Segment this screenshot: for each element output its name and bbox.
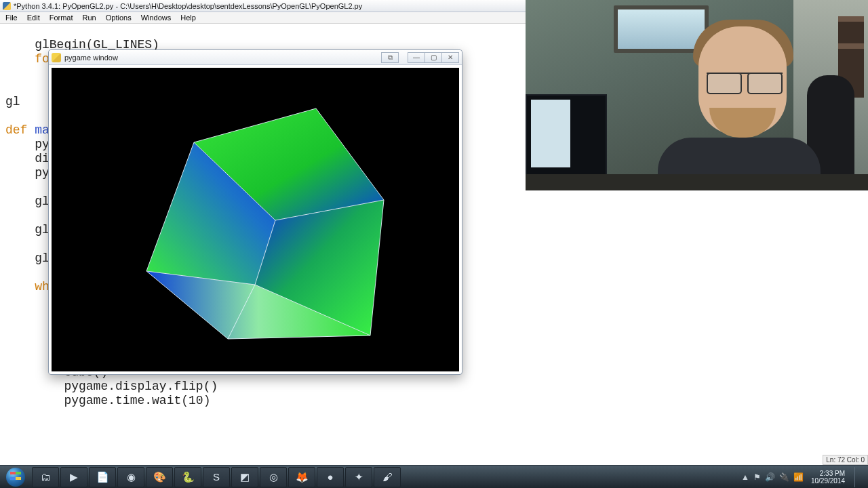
python-icon [3,2,11,10]
menu-edit[interactable]: Edit [23,13,44,22]
tray-icon[interactable]: ⚑ [753,472,761,482]
code-kw: wh [5,280,50,293]
code-line: gl [5,195,50,208]
skype-icon[interactable]: S [203,467,230,487]
webcam-desk [526,174,868,190]
close-button[interactable]: ✕ [441,52,459,63]
idle-icon[interactable]: 🐍 [174,467,201,487]
tray-clock[interactable]: 2:33 PM 10/29/2014 [811,470,845,485]
code-line: pygame.display.flip() [5,380,218,393]
code-fn: ma [35,123,50,137]
tray-icons: ▲⚑🔊🔌📶 [739,472,806,482]
app3-icon[interactable]: ✦ [345,467,372,487]
taskbar: 🗂▶📄◉🎨🐍S◩◎🦊●✦🖌 ▲⚑🔊🔌📶 2:33 PM 10/29/2014 [0,465,868,488]
pygame-titlebar[interactable]: pygame window ⧉ — ▢ ✕ [49,50,462,65]
pygame-canvas [52,68,459,371]
rendered-cube [52,68,458,371]
system-tray: ▲⚑🔊🔌📶 2:33 PM 10/29/2014 [739,467,865,487]
webcam-person [644,14,821,190]
gimp-icon[interactable]: 🎨 [146,467,173,487]
show-desktop-button[interactable] [854,467,861,487]
pygame-title: pygame window [64,54,118,62]
pygame-icon [52,53,61,62]
menu-options[interactable]: Options [102,13,136,22]
tray-icon[interactable]: 📶 [793,472,804,482]
wmp-icon[interactable]: ▶ [60,467,87,487]
editor-title: *Python 3.4.1: PyOpenGL2.py - C:\Users\H… [14,2,362,10]
menu-run[interactable]: Run [79,13,100,22]
webcam-overlay [526,0,868,190]
window-pin-button[interactable]: ⧉ [381,52,399,63]
tray-icon[interactable]: 🔊 [765,472,775,482]
explorer-icon[interactable]: 🗂 [32,467,59,487]
tray-icon[interactable]: ▲ [741,472,749,482]
menu-windows[interactable]: Windows [137,13,176,22]
code-line: gl [5,251,50,265]
tray-icon[interactable]: 🔌 [779,472,789,482]
code-line: py [5,166,50,180]
minimize-button[interactable]: — [408,52,425,63]
code-line: pygame.time.wait(10) [5,394,210,407]
app2-icon[interactable]: ● [317,467,344,487]
paint-icon[interactable]: 🖌 [374,467,401,487]
editor-statusbar: Ln: 72 Col: 0 [823,455,868,465]
menu-file[interactable]: File [1,13,22,22]
code-line: gl [5,223,50,237]
maximize-button[interactable]: ▢ [425,52,442,63]
pygame-window: pygame window ⧉ — ▢ ✕ [48,49,462,375]
notepadpp-icon[interactable]: 📄 [89,467,116,487]
code-line: py [5,138,50,151]
chrome-icon[interactable]: ◉ [117,467,144,487]
firefox-icon[interactable]: 🦊 [288,467,315,487]
obs-icon[interactable]: ◎ [260,467,287,487]
tray-time: 2:33 PM [811,470,845,477]
code-line: di [5,152,50,165]
webcam-monitor [526,94,607,176]
menu-help[interactable]: Help [176,13,200,22]
app1-icon[interactable]: ◩ [231,467,258,487]
code-line: gl [5,95,20,108]
windows-orb-icon [6,468,25,487]
code-kw: def [5,123,35,137]
start-button[interactable] [3,467,28,487]
menu-format[interactable]: Format [45,13,77,22]
tray-date: 10/29/2014 [811,477,845,485]
